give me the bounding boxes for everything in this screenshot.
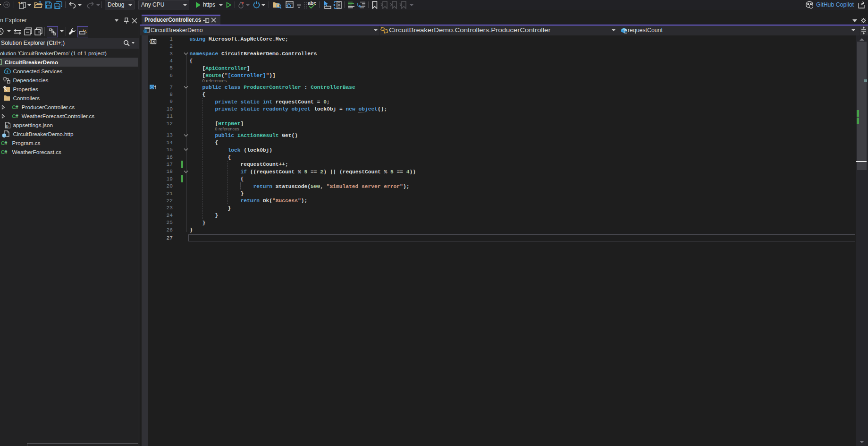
svg-text:{: {: [149, 39, 152, 44]
svg-text:{}: {}: [6, 124, 8, 128]
